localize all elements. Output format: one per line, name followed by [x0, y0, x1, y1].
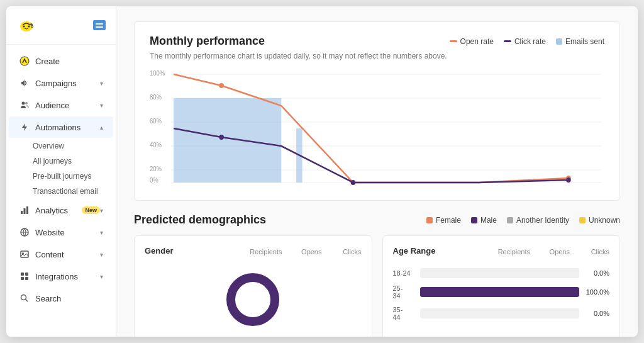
gender-panel: Gender Recipients Opens Clicks: [134, 235, 372, 337]
svg-point-37: [219, 135, 224, 140]
chart-icon: [19, 205, 30, 216]
legend-open-rate-label: Open rate: [460, 37, 494, 46]
sidebar-item-content-label: Content: [35, 250, 100, 259]
svg-rect-18: [25, 277, 28, 280]
svg-point-4: [31, 25, 33, 28]
search-icon: [19, 293, 30, 304]
sidebar-item-analytics[interactable]: Analytics New ▾: [9, 200, 113, 221]
svg-rect-15: [21, 273, 24, 276]
donut-svg: [225, 271, 281, 328]
sidebar-item-automations[interactable]: Automations ▴: [9, 116, 113, 138]
legend-click-rate-label: Click rate: [514, 37, 546, 46]
pencil-icon: [19, 55, 30, 67]
submenu-prebuilt-journeys[interactable]: Pre-built journeys: [33, 169, 116, 184]
svg-point-3: [28, 26, 30, 28]
svg-point-38: [351, 180, 356, 185]
svg-point-19: [21, 295, 26, 300]
svg-point-14: [22, 252, 24, 254]
sidebar-item-analytics-label: Analytics: [35, 206, 79, 215]
svg-rect-17: [21, 277, 24, 280]
age-bar-container-18-24: [420, 268, 580, 278]
chevron-down-icon-audience: ▾: [100, 102, 103, 109]
sidebar-nav: Create Campaigns ▾: [6, 45, 116, 337]
sidebar-item-create[interactable]: Create: [9, 50, 113, 72]
sidebar-item-integrations[interactable]: Integrations ▾: [9, 266, 113, 287]
sidebar-item-audience[interactable]: Audience ▾: [9, 94, 113, 116]
age-label-25-34: 25-34: [393, 284, 415, 300]
age-range-panel: Age Range Recipients Opens Clicks 18-24: [382, 235, 621, 337]
svg-point-7: [25, 102, 28, 104]
sidebar: Create Campaigns ▾: [6, 6, 116, 337]
chevron-down-icon-website: ▾: [100, 229, 103, 236]
emails-sent-square: [556, 38, 562, 45]
legend-another-identity-label: Another Identity: [516, 216, 569, 225]
legend-male-label: Male: [480, 216, 497, 225]
age-row-18-24: 18-24 0.0%: [393, 268, 610, 278]
megaphone-icon: [19, 77, 30, 89]
sidebar-item-automations-label: Automations: [35, 123, 100, 132]
sidebar-item-content[interactable]: Content ▾: [9, 244, 113, 265]
age-col-recipients: Recipients: [496, 248, 530, 256]
svg-point-40: [231, 278, 275, 322]
male-square: [471, 217, 477, 223]
svg-point-39: [566, 177, 571, 183]
gender-col-clicks: Clicks: [327, 248, 362, 256]
svg-rect-16: [25, 273, 28, 276]
svg-text:60%: 60%: [150, 118, 162, 125]
chevron-down-icon-content: ▾: [100, 251, 103, 258]
gender-col-headers: Recipients Opens Clicks: [248, 248, 362, 256]
age-range-panel-title: Age Range: [393, 246, 436, 256]
gender-donut-chart: [145, 268, 362, 331]
sidebar-header: [6, 6, 116, 45]
puzzle-icon: [19, 271, 30, 282]
age-bar-25-34: [420, 287, 580, 297]
people-icon: [19, 99, 30, 111]
demo-panels: Gender Recipients Opens Clicks: [134, 235, 620, 337]
sidebar-item-audience-label: Audience: [35, 101, 100, 110]
mailchimp-logo: [16, 15, 36, 35]
gender-col-opens: Opens: [287, 248, 322, 256]
open-rate-dot: [450, 40, 457, 42]
chart-subtitle: The monthly performance chart is updated…: [150, 52, 604, 60]
svg-line-20: [26, 300, 28, 302]
submenu-transactional-email[interactable]: Transactional email: [33, 184, 116, 199]
svg-text:40%: 40%: [150, 142, 162, 149]
demographics-legend: Female Male Another Identity Unknown: [426, 216, 620, 225]
sidebar-item-search[interactable]: Search: [9, 288, 113, 309]
legend-emails-sent-label: Emails sent: [565, 37, 604, 46]
svg-point-6: [22, 102, 25, 105]
legend-female: Female: [426, 216, 461, 225]
submenu-overview[interactable]: Overview: [33, 138, 116, 154]
svg-point-2: [23, 26, 25, 28]
unknown-square: [579, 217, 586, 223]
age-label-35-44: 35-44: [393, 306, 415, 321]
legend-another-identity: Another Identity: [507, 216, 569, 225]
age-pct-18-24: 0.0%: [584, 269, 609, 277]
main-content: Monthly performance Open rate Click rate…: [116, 6, 638, 337]
sidebar-item-search-label: Search: [35, 294, 103, 303]
age-bar-container-25-34: [420, 287, 580, 297]
monthly-performance-chart: 100% 80% 60% 40% 20% 0%: [150, 68, 604, 188]
chevron-down-icon-analytics: ▾: [100, 207, 103, 214]
svg-point-35: [219, 83, 224, 88]
age-pct-25-34: 100.0%: [584, 288, 609, 296]
chart-svg: 100% 80% 60% 40% 20% 0%: [150, 68, 604, 188]
svg-text:80%: 80%: [150, 94, 162, 101]
monthly-performance-legend: Open rate Click rate Emails sent: [450, 37, 604, 46]
demographics-header: Predicted demographics Female Male Anoth…: [134, 213, 620, 227]
automations-submenu: Overview All journeys Pre-built journeys…: [6, 138, 116, 199]
another-identity-square: [507, 217, 513, 223]
sidebar-item-website[interactable]: Website ▾: [9, 222, 113, 243]
age-row-25-34: 25-34 100.0%: [393, 284, 610, 300]
sidebar-item-website-label: Website: [35, 228, 100, 237]
sidebar-toggle[interactable]: [93, 20, 106, 30]
submenu-all-journeys[interactable]: All journeys: [33, 154, 116, 169]
age-col-clicks: Clicks: [575, 248, 609, 256]
legend-open-rate: Open rate: [450, 37, 494, 46]
gender-panel-title: Gender: [145, 246, 174, 256]
sidebar-item-campaigns[interactable]: Campaigns ▾: [9, 72, 113, 94]
legend-unknown: Unknown: [579, 216, 620, 225]
svg-rect-33: [174, 98, 281, 183]
sidebar-item-integrations-label: Integrations: [35, 272, 100, 281]
gender-col-recipients: Recipients: [248, 248, 282, 256]
